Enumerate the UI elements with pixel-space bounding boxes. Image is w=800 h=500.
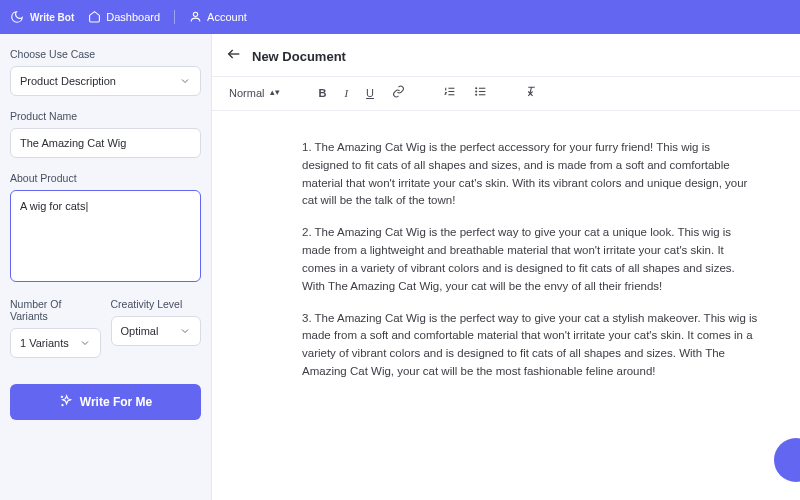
link-button[interactable]	[389, 83, 408, 102]
svg-point-0	[193, 12, 197, 16]
svg-point-9	[476, 91, 477, 92]
product-name-label: Product Name	[10, 110, 201, 122]
output-paragraph: 3. The Amazing Cat Wig is the perfect wa…	[302, 310, 758, 381]
sort-icon: ▴▾	[270, 88, 280, 97]
svg-point-10	[476, 94, 477, 95]
cta-label: Write For Me	[80, 395, 152, 409]
editor-content[interactable]: 1. The Amazing Cat Wig is the perfect ac…	[212, 111, 800, 500]
variants-value: 1 Variants	[20, 337, 69, 349]
back-button[interactable]	[226, 46, 242, 66]
editor-toolbar: Normal ▴▾ B I U	[212, 77, 800, 111]
unordered-list-button[interactable]	[471, 83, 490, 102]
list-unordered-icon	[474, 85, 487, 100]
sidebar: Choose Use Case Product Description Prod…	[0, 34, 212, 500]
top-nav: Write Bot Dashboard Account	[0, 0, 800, 34]
bold-button[interactable]: B	[315, 85, 329, 101]
creativity-select[interactable]: Optimal	[111, 316, 202, 346]
clear-format-icon	[525, 85, 538, 100]
output-paragraph: 1. The Amazing Cat Wig is the perfect ac…	[302, 139, 758, 210]
about-product-label: About Product	[10, 172, 201, 184]
brand-name: Write Bot	[30, 12, 74, 23]
underline-button[interactable]: U	[363, 85, 377, 101]
arrow-left-icon	[226, 46, 242, 66]
write-for-me-button[interactable]: Write For Me	[10, 384, 201, 420]
chevron-down-icon	[179, 325, 191, 337]
italic-button[interactable]: I	[341, 85, 351, 101]
logo-icon	[10, 10, 24, 24]
doc-title: New Document	[252, 49, 346, 64]
user-icon	[189, 10, 202, 25]
clear-format-button[interactable]	[522, 83, 541, 102]
creativity-value: Optimal	[121, 325, 159, 337]
use-case-label: Choose Use Case	[10, 48, 201, 60]
format-label: Normal	[229, 87, 264, 99]
editor: New Document Normal ▴▾ B I U	[212, 34, 800, 500]
home-icon	[88, 10, 101, 25]
doc-header: New Document	[212, 34, 800, 77]
nav-separator	[174, 10, 175, 24]
nav-dashboard[interactable]: Dashboard	[86, 6, 162, 29]
format-select[interactable]: Normal ▴▾	[226, 85, 283, 101]
svg-point-8	[476, 88, 477, 89]
nav-dashboard-label: Dashboard	[106, 11, 160, 23]
use-case-value: Product Description	[20, 75, 116, 87]
ordered-list-button[interactable]	[440, 83, 459, 102]
list-ordered-icon	[443, 85, 456, 100]
about-product-textarea[interactable]	[10, 190, 201, 282]
nav-account-label: Account	[207, 11, 247, 23]
output-paragraph: 2. The Amazing Cat Wig is the perfect wa…	[302, 224, 758, 295]
magic-icon	[59, 394, 73, 411]
nav-account[interactable]: Account	[187, 6, 249, 29]
brand: Write Bot	[10, 10, 74, 24]
use-case-select[interactable]: Product Description	[10, 66, 201, 96]
link-icon	[392, 85, 405, 100]
creativity-label: Creativity Level	[111, 298, 202, 310]
chevron-down-icon	[179, 75, 191, 87]
product-name-input[interactable]	[10, 128, 201, 158]
variants-select[interactable]: 1 Variants	[10, 328, 101, 358]
chevron-down-icon	[79, 337, 91, 349]
variants-label: Number Of Variants	[10, 298, 101, 322]
